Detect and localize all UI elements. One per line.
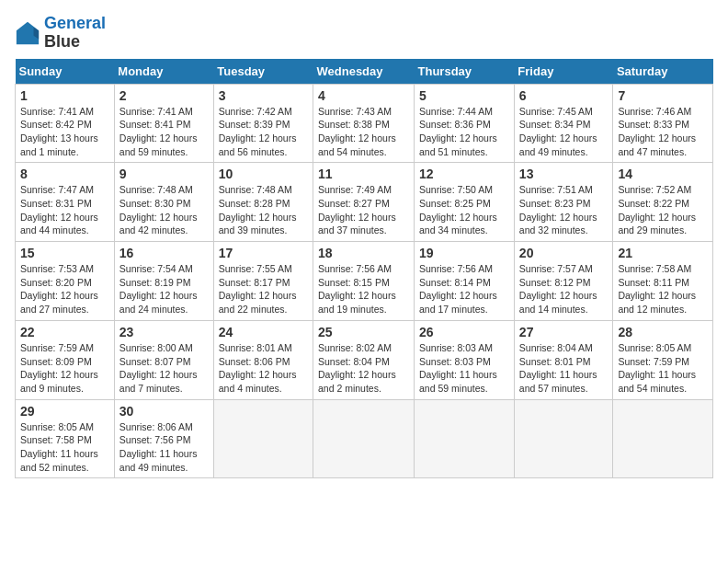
day-cell-23: 23Sunrise: 8:00 AMSunset: 8:07 PMDayligh… [114,320,213,399]
day-cell-3: 3Sunrise: 7:42 AMSunset: 8:39 PMDaylight… [213,84,313,163]
col-header-saturday: Saturday [613,59,713,85]
day-cell-11: 11Sunrise: 7:49 AMSunset: 8:27 PMDayligh… [313,163,415,242]
day-number: 28 [618,325,708,339]
day-number: 25 [318,325,409,339]
week-row-1: 1Sunrise: 7:41 AMSunset: 8:42 PMDaylight… [16,84,713,163]
week-row-3: 15Sunrise: 7:53 AMSunset: 8:20 PMDayligh… [16,242,713,321]
day-number: 8 [20,167,109,181]
day-cell-6: 6Sunrise: 7:45 AMSunset: 8:34 PMDaylight… [514,84,613,163]
day-cell-25: 25Sunrise: 8:02 AMSunset: 8:04 PMDayligh… [313,320,415,399]
day-cell-29: 29Sunrise: 8:05 AMSunset: 7:58 PMDayligh… [16,399,115,478]
day-number: 7 [618,88,708,103]
day-cell-27: 27Sunrise: 8:04 AMSunset: 8:01 PMDayligh… [514,320,613,399]
header-row: SundayMondayTuesdayWednesdayThursdayFrid… [16,59,713,85]
col-header-friday: Friday [514,59,613,85]
day-info: Sunrise: 7:44 AMSunset: 8:36 PMDaylight:… [419,105,509,159]
day-info: Sunrise: 7:45 AMSunset: 8:34 PMDaylight:… [519,105,609,159]
day-info: Sunrise: 7:55 AMSunset: 8:17 PMDaylight:… [219,262,308,316]
day-number: 30 [119,404,209,419]
col-header-wednesday: Wednesday [313,59,415,85]
day-number: 14 [618,167,708,181]
day-info: Sunrise: 7:41 AMSunset: 8:41 PMDaylight:… [119,105,209,159]
day-info: Sunrise: 7:50 AMSunset: 8:25 PMDaylight:… [419,183,509,237]
day-cell-5: 5Sunrise: 7:44 AMSunset: 8:36 PMDaylight… [415,84,515,163]
day-info: Sunrise: 7:42 AMSunset: 8:39 PMDaylight:… [219,105,308,159]
day-number: 29 [20,404,109,419]
day-cell-4: 4Sunrise: 7:43 AMSunset: 8:38 PMDaylight… [313,84,415,163]
col-header-monday: Monday [114,59,213,85]
day-cell-22: 22Sunrise: 7:59 AMSunset: 8:09 PMDayligh… [16,320,115,399]
day-info: Sunrise: 8:05 AMSunset: 7:58 PMDaylight:… [20,420,109,475]
logo: GeneralBlue [15,15,106,52]
week-row-2: 8Sunrise: 7:47 AMSunset: 8:31 PMDaylight… [16,163,713,242]
day-number: 9 [119,167,209,181]
day-info: Sunrise: 8:06 AMSunset: 7:56 PMDaylight:… [119,420,209,475]
col-header-tuesday: Tuesday [213,59,313,85]
day-number: 10 [219,167,308,181]
day-number: 17 [219,246,308,260]
day-cell-28: 28Sunrise: 8:05 AMSunset: 7:59 PMDayligh… [613,320,713,399]
day-info: Sunrise: 7:56 AMSunset: 8:14 PMDaylight:… [419,262,509,316]
day-info: Sunrise: 7:51 AMSunset: 8:23 PMDaylight:… [519,183,609,237]
day-info: Sunrise: 7:46 AMSunset: 8:33 PMDaylight:… [618,105,708,159]
day-info: Sunrise: 7:47 AMSunset: 8:31 PMDaylight:… [20,183,109,237]
day-cell-1: 1Sunrise: 7:41 AMSunset: 8:42 PMDaylight… [16,84,115,163]
day-number: 15 [20,246,109,260]
day-info: Sunrise: 7:54 AMSunset: 8:19 PMDaylight:… [119,262,209,316]
day-number: 1 [20,88,109,103]
page-header: GeneralBlue [15,15,713,52]
empty-cell [415,399,515,478]
day-cell-7: 7Sunrise: 7:46 AMSunset: 8:33 PMDaylight… [613,84,713,163]
day-number: 5 [419,88,509,103]
day-info: Sunrise: 8:05 AMSunset: 7:59 PMDaylight:… [618,341,708,396]
col-header-sunday: Sunday [16,59,115,85]
day-cell-12: 12Sunrise: 7:50 AMSunset: 8:25 PMDayligh… [415,163,515,242]
day-info: Sunrise: 8:04 AMSunset: 8:01 PMDaylight:… [519,341,609,396]
day-number: 22 [20,325,109,339]
empty-cell [313,399,415,478]
day-info: Sunrise: 7:41 AMSunset: 8:42 PMDaylight:… [20,105,109,159]
day-cell-24: 24Sunrise: 8:01 AMSunset: 8:06 PMDayligh… [213,320,313,399]
day-number: 20 [519,246,609,260]
day-cell-10: 10Sunrise: 7:48 AMSunset: 8:28 PMDayligh… [213,163,313,242]
day-number: 12 [419,167,509,181]
day-info: Sunrise: 8:01 AMSunset: 8:06 PMDaylight:… [219,341,308,396]
day-cell-2: 2Sunrise: 7:41 AMSunset: 8:41 PMDaylight… [114,84,213,163]
day-cell-17: 17Sunrise: 7:55 AMSunset: 8:17 PMDayligh… [213,242,313,321]
day-cell-16: 16Sunrise: 7:54 AMSunset: 8:19 PMDayligh… [114,242,213,321]
day-info: Sunrise: 7:49 AMSunset: 8:27 PMDaylight:… [318,183,409,237]
day-number: 16 [119,246,209,260]
day-number: 6 [519,88,609,103]
day-cell-9: 9Sunrise: 7:48 AMSunset: 8:30 PMDaylight… [114,163,213,242]
day-cell-26: 26Sunrise: 8:03 AMSunset: 8:03 PMDayligh… [415,320,515,399]
day-cell-30: 30Sunrise: 8:06 AMSunset: 7:56 PMDayligh… [114,399,213,478]
day-cell-13: 13Sunrise: 7:51 AMSunset: 8:23 PMDayligh… [514,163,613,242]
week-row-5: 29Sunrise: 8:05 AMSunset: 7:58 PMDayligh… [16,399,713,478]
day-number: 23 [119,325,209,339]
day-info: Sunrise: 7:53 AMSunset: 8:20 PMDaylight:… [20,262,109,316]
logo-icon [15,20,40,46]
day-info: Sunrise: 7:52 AMSunset: 8:22 PMDaylight:… [618,183,708,237]
day-number: 13 [519,167,609,181]
day-cell-15: 15Sunrise: 7:53 AMSunset: 8:20 PMDayligh… [16,242,115,321]
day-info: Sunrise: 7:48 AMSunset: 8:30 PMDaylight:… [119,183,209,237]
day-info: Sunrise: 8:00 AMSunset: 8:07 PMDaylight:… [119,341,209,396]
day-info: Sunrise: 8:02 AMSunset: 8:04 PMDaylight:… [318,341,409,396]
day-info: Sunrise: 7:57 AMSunset: 8:12 PMDaylight:… [519,262,609,316]
day-info: Sunrise: 7:59 AMSunset: 8:09 PMDaylight:… [20,341,109,396]
logo-text: GeneralBlue [44,15,106,52]
day-cell-18: 18Sunrise: 7:56 AMSunset: 8:15 PMDayligh… [313,242,415,321]
day-number: 18 [318,246,409,260]
day-cell-20: 20Sunrise: 7:57 AMSunset: 8:12 PMDayligh… [514,242,613,321]
empty-cell [213,399,313,478]
empty-cell [514,399,613,478]
day-number: 2 [119,88,209,103]
day-info: Sunrise: 7:58 AMSunset: 8:11 PMDaylight:… [618,262,708,316]
day-number: 11 [318,167,409,181]
day-info: Sunrise: 8:03 AMSunset: 8:03 PMDaylight:… [419,341,509,396]
day-number: 3 [219,88,308,103]
day-number: 21 [618,246,708,260]
day-cell-14: 14Sunrise: 7:52 AMSunset: 8:22 PMDayligh… [613,163,713,242]
day-info: Sunrise: 7:48 AMSunset: 8:28 PMDaylight:… [219,183,308,237]
day-cell-19: 19Sunrise: 7:56 AMSunset: 8:14 PMDayligh… [415,242,515,321]
